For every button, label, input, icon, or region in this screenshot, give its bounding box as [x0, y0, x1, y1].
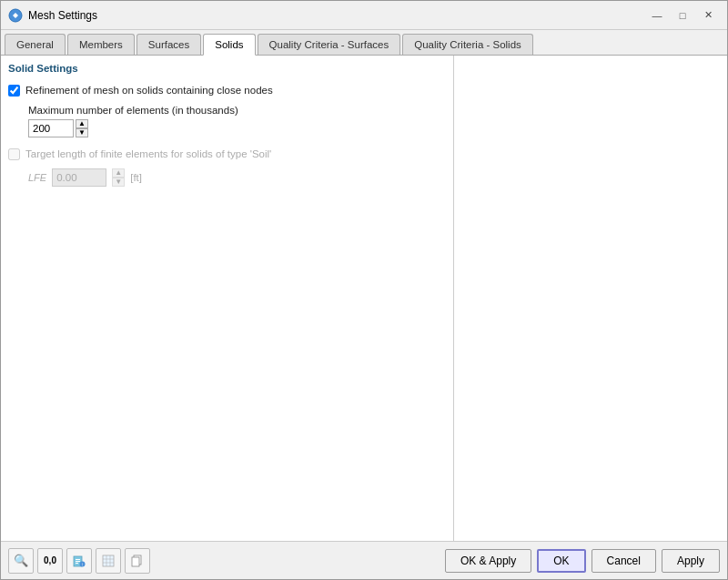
title-bar: Mesh Settings — □ ✕: [1, 1, 727, 30]
cancel-button[interactable]: Cancel: [592, 549, 656, 573]
tab-solids[interactable]: Solids: [203, 34, 255, 56]
lfe-input: [52, 168, 106, 187]
lfe-row: LFE ▲ ▼ [ft]: [8, 168, 446, 187]
max-elements-down[interactable]: ▼: [76, 128, 88, 137]
svg-rect-7: [103, 555, 114, 566]
refinement-checkbox[interactable]: [8, 85, 20, 97]
dialog-buttons: OK & Apply OK Cancel Apply: [445, 549, 720, 573]
left-panel: Solid Settings Refinement of mesh on sol…: [1, 56, 454, 541]
svg-rect-3: [76, 561, 80, 562]
section-title: Solid Settings: [8, 63, 446, 74]
svg-rect-13: [132, 557, 139, 566]
tab-quality-criteria-solids[interactable]: Quality Criteria - Solids: [402, 34, 533, 55]
window-title: Mesh Settings: [28, 9, 645, 22]
close-button[interactable]: ✕: [696, 5, 720, 25]
target-length-checkbox[interactable]: [8, 148, 20, 160]
lfe-down: ▼: [112, 178, 125, 187]
export-button[interactable]: ↑: [66, 548, 92, 574]
right-panel: [454, 56, 727, 541]
ok-button[interactable]: OK: [537, 549, 585, 573]
tab-quality-criteria-surfaces[interactable]: Quality Criteria - Surfaces: [258, 34, 401, 55]
ok-apply-button[interactable]: OK & Apply: [445, 549, 531, 573]
max-elements-spinbuttons: ▲ ▼: [76, 119, 88, 137]
svg-rect-4: [76, 563, 78, 564]
tab-surfaces[interactable]: Surfaces: [136, 34, 201, 55]
window-controls: — □ ✕: [645, 5, 720, 25]
table-button[interactable]: [96, 548, 121, 574]
content-area: Solid Settings Refinement of mesh on sol…: [1, 56, 727, 541]
target-length-label[interactable]: Target length of finite elements for sol…: [25, 147, 271, 161]
tab-bar: General Members Surfaces Solids Quality …: [1, 30, 727, 56]
mesh-settings-window: Mesh Settings — □ ✕ General Members Surf…: [0, 0, 728, 580]
number-button[interactable]: 0,0: [37, 548, 63, 574]
maximize-button[interactable]: □: [671, 5, 694, 25]
tab-members[interactable]: Members: [67, 34, 135, 55]
search-button[interactable]: 🔍: [8, 548, 34, 574]
max-elements-input[interactable]: 200: [28, 119, 74, 137]
target-length-checkbox-row: Target length of finite elements for sol…: [8, 147, 446, 161]
max-elements-spinbox-row: 200 ▲ ▼: [8, 119, 446, 137]
minimize-button[interactable]: —: [645, 5, 669, 25]
bottom-icons: 🔍 0,0 ↑: [8, 548, 445, 574]
lfe-up: ▲: [112, 168, 125, 178]
lfe-spinbuttons: ▲ ▼: [112, 168, 125, 187]
max-elements-up[interactable]: ▲: [76, 119, 88, 128]
svg-text:↑: ↑: [81, 562, 84, 567]
refinement-label[interactable]: Refinement of mesh on solids containing …: [25, 83, 273, 97]
lfe-label: LFE: [28, 172, 46, 183]
app-icon: [8, 8, 23, 23]
svg-rect-2: [76, 559, 80, 560]
max-elements-label: Maximum number of elements (in thousands…: [8, 105, 446, 116]
copy-button[interactable]: [125, 548, 150, 574]
tab-general[interactable]: General: [5, 34, 66, 55]
refinement-checkbox-row: Refinement of mesh on solids containing …: [8, 83, 446, 97]
lfe-unit: [ft]: [130, 172, 142, 183]
bottom-bar: 🔍 0,0 ↑: [1, 541, 727, 579]
apply-button[interactable]: Apply: [662, 549, 720, 573]
